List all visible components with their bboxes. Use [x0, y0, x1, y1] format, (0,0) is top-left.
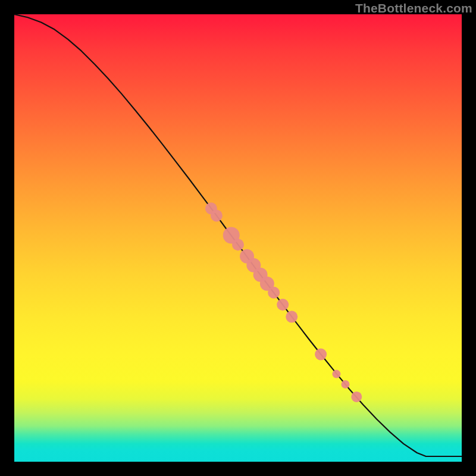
chart-stage: TheBottleneck.com [0, 0, 476, 476]
scatter-point [268, 287, 280, 299]
scatter-point [332, 370, 340, 378]
scatter-point [286, 311, 298, 322]
scatter-points [205, 202, 362, 402]
scatter-point [351, 392, 362, 402]
scatter-point [341, 380, 349, 389]
watermark-text: TheBottleneck.com [355, 1, 472, 15]
scatter-point [232, 239, 244, 250]
scatter-point [277, 299, 289, 311]
scatter-point [211, 209, 223, 221]
plot-area [14, 14, 462, 462]
chart-svg [14, 14, 462, 462]
scatter-point [315, 349, 327, 361]
